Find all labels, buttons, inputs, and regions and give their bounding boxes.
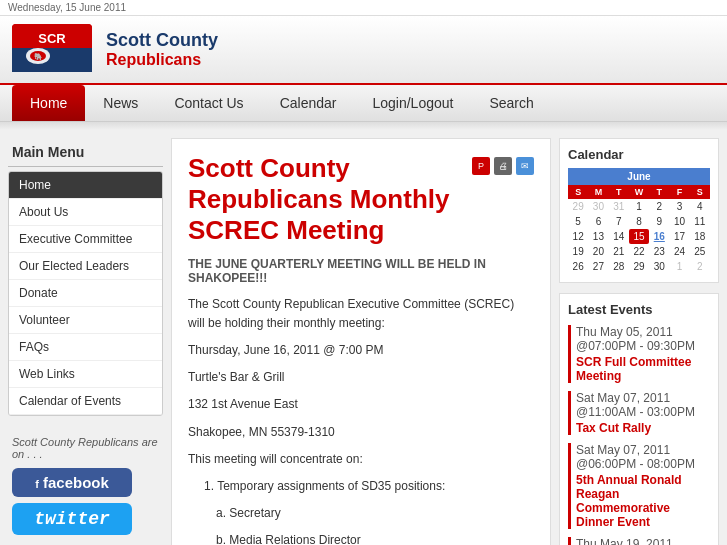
cal-cell[interactable]: 30	[649, 259, 669, 274]
logo-text: Scott County Republicans	[106, 31, 218, 68]
event-item-1: Sat May 07, 2011 @11:00AM - 03:00PM Tax …	[568, 391, 710, 435]
event-time-0: Thu May 05, 2011 @07:00PM - 09:30PM	[576, 325, 710, 353]
cal-cell[interactable]: 5	[568, 214, 588, 229]
cal-dow-s2: S	[690, 185, 710, 199]
event-time-3: Thu May 19, 2011 @07:00PM - 08:30PM	[576, 537, 710, 545]
cal-cell[interactable]: 9	[649, 214, 669, 229]
cal-cell[interactable]: 25	[690, 244, 710, 259]
cal-cell[interactable]: 27	[588, 259, 608, 274]
twitter-button[interactable]: twitter	[12, 503, 132, 535]
article-p1: The Scott County Republican Executive Co…	[188, 295, 534, 333]
date-label: Wednesday, 15 June 2011	[8, 2, 126, 13]
sidebar-item-calendar[interactable]: Calendar of Events	[9, 388, 162, 415]
divider	[0, 122, 727, 130]
article-icons: P 🖨 ✉	[472, 157, 534, 175]
cal-cell[interactable]: 10	[669, 214, 689, 229]
event-time-2: Sat May 07, 2011 @06:00PM - 08:00PM	[576, 443, 710, 471]
cal-cell[interactable]: 23	[649, 244, 669, 259]
cal-cell[interactable]: 19	[568, 244, 588, 259]
cal-cell-event[interactable]: 16	[649, 229, 669, 244]
email-icon[interactable]: ✉	[516, 157, 534, 175]
cal-cell[interactable]: 4	[690, 199, 710, 214]
sidebar-social: Scott County Republicans are on . . . f …	[8, 428, 163, 545]
event-name-2[interactable]: 5th Annual Ronald Reagan Commemorative D…	[576, 473, 710, 529]
cal-cell[interactable]: 26	[568, 259, 588, 274]
cal-cell[interactable]: 17	[669, 229, 689, 244]
article-date: Thursday, June 16, 2011 @ 7:00 PM	[188, 341, 534, 360]
calendar-title: Calendar	[568, 147, 710, 162]
article-loc3: Shakopee, MN 55379-1310	[188, 423, 534, 442]
cal-cell[interactable]: 3	[669, 199, 689, 214]
article-list-0: 1. Temporary assignments of SD35 positio…	[188, 477, 534, 496]
cal-dow-f: F	[669, 185, 689, 199]
sidebar-title: Main Menu	[8, 138, 163, 167]
calendar-widget: Calendar June S M T W T F S 29 30 31	[559, 138, 719, 283]
nav-contact[interactable]: Contact Us	[156, 85, 261, 121]
sidebar-item-exec[interactable]: Executive Committee	[9, 226, 162, 253]
event-name-1[interactable]: Tax Cut Rally	[576, 421, 710, 435]
article-loc2: 132 1st Avenue East	[188, 395, 534, 414]
cal-cell[interactable]: 6	[588, 214, 608, 229]
nav-login[interactable]: Login/Logout	[354, 85, 471, 121]
sidebar-item-volunteer[interactable]: Volunteer	[9, 307, 162, 334]
svg-text:SCR: SCR	[38, 31, 66, 46]
cal-cell[interactable]: 20	[588, 244, 608, 259]
article-body: The Scott County Republican Executive Co…	[188, 295, 534, 545]
cal-dow-t2: T	[649, 185, 669, 199]
logo-text-main: Scott County	[106, 31, 218, 51]
article-area: P 🖨 ✉ Scott County Republicans Monthly S…	[171, 138, 551, 545]
article-subtitle: THE JUNE QUARTERLY MEETING WILL BE HELD …	[188, 257, 534, 285]
top-bar: Wednesday, 15 June 2011	[0, 0, 727, 16]
sidebar-item-about[interactable]: About Us	[9, 199, 162, 226]
sidebar-item-faqs[interactable]: FAQs	[9, 334, 162, 361]
sidebar-item-donate[interactable]: Donate	[9, 280, 162, 307]
logo-graphic: SCR 🐘	[12, 24, 92, 72]
event-item-3: Thu May 19, 2011 @07:00PM - 08:30PM Mont…	[568, 537, 710, 545]
cal-cell[interactable]: 29	[568, 199, 588, 214]
sidebar-item-weblinks[interactable]: Web Links	[9, 361, 162, 388]
cal-dow-m: M	[588, 185, 608, 199]
event-item-2: Sat May 07, 2011 @06:00PM - 08:00PM 5th …	[568, 443, 710, 529]
pdf-icon[interactable]: P	[472, 157, 490, 175]
cal-cell-today[interactable]: 15	[629, 229, 649, 244]
calendar-table: June S M T W T F S 29 30 31 1 2 3	[568, 168, 710, 274]
cal-cell[interactable]: 14	[609, 229, 629, 244]
cal-cell[interactable]: 24	[669, 244, 689, 259]
cal-cell[interactable]: 2	[690, 259, 710, 274]
nav-bar: Home News Contact Us Calendar Login/Logo…	[0, 85, 727, 122]
nav-news[interactable]: News	[85, 85, 156, 121]
event-item-0: Thu May 05, 2011 @07:00PM - 09:30PM SCR …	[568, 325, 710, 383]
cal-cell[interactable]: 7	[609, 214, 629, 229]
cal-cell[interactable]: 21	[609, 244, 629, 259]
event-name-0[interactable]: SCR Full Committee Meeting	[576, 355, 710, 383]
article-list-1: a. Secretary	[188, 504, 534, 523]
nav-search[interactable]: Search	[471, 85, 551, 121]
cal-cell[interactable]: 31	[609, 199, 629, 214]
cal-cell[interactable]: 11	[690, 214, 710, 229]
cal-cell[interactable]: 13	[588, 229, 608, 244]
sidebar-menu: Home About Us Executive Committee Our El…	[8, 171, 163, 416]
cal-cell[interactable]: 30	[588, 199, 608, 214]
cal-cell[interactable]: 22	[629, 244, 649, 259]
calendar-month-header: June	[568, 168, 710, 185]
nav-calendar[interactable]: Calendar	[262, 85, 355, 121]
svg-rect-2	[12, 48, 92, 72]
sidebar-item-home[interactable]: Home	[9, 172, 162, 199]
cal-cell[interactable]: 28	[609, 259, 629, 274]
cal-cell[interactable]: 29	[629, 259, 649, 274]
cal-cell[interactable]: 1	[669, 259, 689, 274]
cal-dow-t1: T	[609, 185, 629, 199]
nav-home[interactable]: Home	[12, 85, 85, 121]
cal-cell[interactable]: 1	[629, 199, 649, 214]
cal-cell[interactable]: 2	[649, 199, 669, 214]
logo-area: SCR 🐘 Scott County Republicans	[12, 24, 218, 75]
print-icon[interactable]: 🖨	[494, 157, 512, 175]
cal-cell[interactable]: 12	[568, 229, 588, 244]
sidebar-item-leaders[interactable]: Our Elected Leaders	[9, 253, 162, 280]
cal-cell[interactable]: 18	[690, 229, 710, 244]
cal-dow-s1: S	[568, 185, 588, 199]
facebook-button[interactable]: f facebook	[12, 468, 132, 497]
cal-cell[interactable]: 8	[629, 214, 649, 229]
event-time-1: Sat May 07, 2011 @11:00AM - 03:00PM	[576, 391, 710, 419]
latest-events-widget: Latest Events Thu May 05, 2011 @07:00PM …	[559, 293, 719, 545]
